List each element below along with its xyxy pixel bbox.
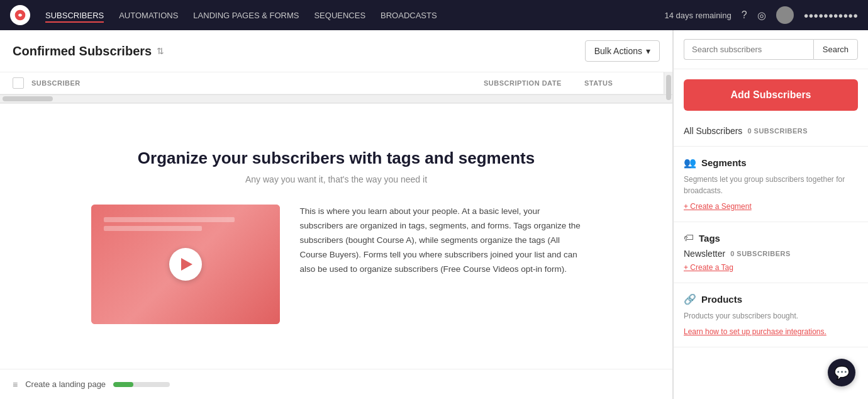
nav-sequences[interactable]: SEQUENCES [314,8,365,23]
col-date-header: SUBSCRIPTION DATE [484,79,584,87]
select-all-checkbox[interactable] [13,77,24,89]
video-line-2 [104,226,202,231]
subscribers-header: Confirmed Subscribers ⇅ Bulk Actions ▾ [0,30,672,72]
main-layout: Confirmed Subscribers ⇅ Bulk Actions ▾ S… [0,30,868,399]
landing-icon: ≡ [13,379,18,390]
page-title: Confirmed Subscribers [13,44,152,59]
help-icon[interactable]: ? [742,9,747,21]
play-button[interactable] [169,248,202,281]
col-status-header: STATUS [584,79,660,87]
tags-count: 0 SUBSCRIBERS [730,250,791,257]
bulk-actions-button[interactable]: Bulk Actions ▾ [585,40,660,62]
h-scroll-thumb [3,96,53,101]
content-body: This is where you learn about your peopl… [91,205,582,324]
segments-section: 👥 Segments Segments let you group subscr… [674,147,868,222]
bulk-actions-label: Bulk Actions [594,46,642,56]
products-section: 🔗 Products Products your subscribers bou… [674,283,868,347]
progress-fill [113,382,133,387]
products-title: Products [701,294,742,305]
play-icon [181,258,192,271]
nav-subscribers[interactable]: SUBSCRIBERS [45,8,104,23]
search-button[interactable]: Search [813,39,858,60]
all-subscribers-row[interactable]: All Subscribers 0 SUBSCRIBERS [674,121,868,147]
nav-automations[interactable]: AUTOMATIONS [119,8,178,23]
username: ●●●●●●●●●●● [804,11,858,20]
segments-title: Segments [701,157,747,168]
header-actions: Bulk Actions ▾ [585,40,660,62]
table-header: SUBSCRIBER SUBSCRIPTION DATE STATUS [0,72,672,94]
chat-icon: 💬 [834,365,850,380]
progress-bar [113,382,170,387]
nav-right: 14 days remaining ? ◎ ●●●●●●●●●●● [664,6,858,24]
video-lines-decoration [104,217,267,231]
search-bar: Search [674,30,868,69]
landing-page-label[interactable]: Create a landing page [25,379,106,389]
add-subscribers-button[interactable]: Add Subscribers [684,79,858,111]
notifications-icon[interactable]: ◎ [757,9,766,21]
search-input[interactable] [684,39,813,60]
create-segment-link[interactable]: + Create a Segment [684,202,752,211]
all-subscribers-count: 0 SUBSCRIBERS [747,127,808,135]
segments-icon: 👥 [684,157,696,169]
main-content: Organize your subscribers with tags and … [0,104,672,369]
table-header-wrapper: SUBSCRIBER SUBSCRIPTION DATE STATUS [0,72,672,104]
tags-icon: 🏷 [684,232,694,244]
segments-desc: Segments let you group subscribers toget… [684,174,858,196]
video-line-1 [104,217,235,222]
products-link[interactable]: Learn how to set up purchase integration… [684,327,826,336]
segments-header: 👥 Segments [684,157,858,169]
bottom-bar: ≡ Create a landing page [0,369,672,399]
sort-icon[interactable]: ⇅ [157,46,164,56]
nav-landing-pages[interactable]: LANDING PAGES & FORMS [193,8,299,23]
nav-links: SUBSCRIBERS AUTOMATIONS LANDING PAGES & … [45,8,649,23]
logo[interactable] [10,5,30,25]
tags-newsletter-label: Newsletter [684,249,725,259]
vertical-scrollbar[interactable] [664,72,672,94]
avatar[interactable] [776,6,794,24]
content-subtitle: Any way you want it, that's the way you … [245,174,427,184]
col-subscriber-header: SUBSCRIBER [31,79,484,87]
products-header: 🔗 Products [684,293,858,305]
content-description: This is where you learn about your peopl… [300,205,582,277]
create-tag-link[interactable]: + Create a Tag [684,263,733,272]
video-thumbnail[interactable] [91,205,280,324]
tags-section: 🏷 Tags Newsletter 0 SUBSCRIBERS + Create… [674,222,868,283]
horizontal-scrollbar[interactable] [0,94,672,103]
bulk-actions-arrow: ▾ [646,46,650,56]
left-panel: Confirmed Subscribers ⇅ Bulk Actions ▾ S… [0,30,673,399]
tags-title: Tags [699,233,720,244]
top-navigation: SUBSCRIBERS AUTOMATIONS LANDING PAGES & … [0,0,868,30]
tags-newsletter-row: Newsletter 0 SUBSCRIBERS [684,249,858,259]
chat-button[interactable]: 💬 [828,359,855,386]
right-sidebar: Search Add Subscribers All Subscribers 0… [673,30,868,399]
products-desc: Products your subscribers bought. [684,310,858,322]
tags-header: 🏷 Tags [684,232,858,244]
scroll-thumb [666,75,671,100]
products-icon: 🔗 [684,293,696,305]
content-title: Organize your subscribers with tags and … [138,149,535,168]
trial-label: 14 days remaining [664,11,731,20]
all-subscribers-label: All Subscribers [684,126,742,136]
nav-broadcasts[interactable]: BROADCASTS [381,8,437,23]
